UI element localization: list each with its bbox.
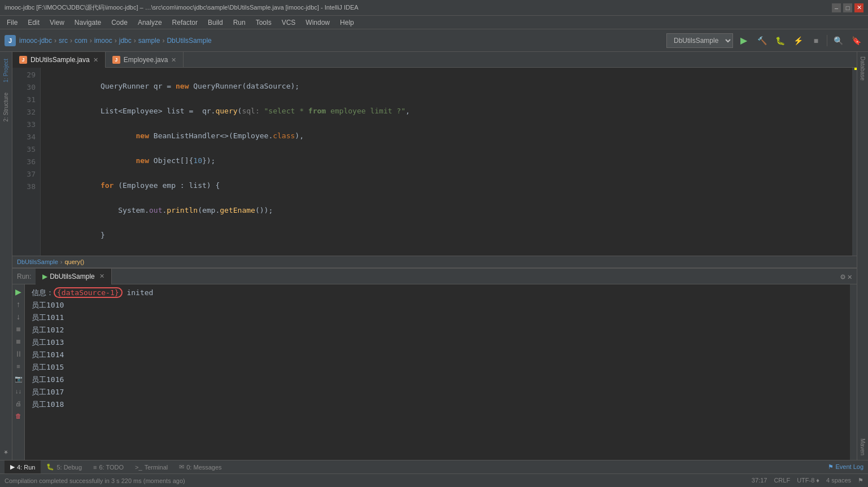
breadcrumb-jdbc[interactable]: jdbc <box>119 37 132 45</box>
bottom-right: ⚑ Event Log <box>828 463 863 471</box>
breadcrumb-imooc-jdbc[interactable]: imooc-jdbc <box>19 37 52 45</box>
output-line-1017: 员工1017 <box>32 386 843 398</box>
output-line-info: 信息：{dataSource-1} inited <box>32 287 843 299</box>
output-line-1010: 员工1010 <box>32 299 843 311</box>
toolbar-right: DbUtilsSample ▶ 🔨 🐛 ⚡ ■ 🔍 🔖 <box>666 33 863 48</box>
java-icon: J <box>19 56 27 64</box>
search-button[interactable]: 🔍 <box>831 33 845 48</box>
maximize-button[interactable]: □ <box>843 3 852 12</box>
run-tab-text: 4: Run <box>17 464 35 471</box>
menu-item-tools[interactable]: Tools <box>251 17 276 28</box>
tab-spacer <box>184 52 857 67</box>
scroll-to-end-button[interactable]: ↓↓ <box>14 386 24 396</box>
menu-item-run[interactable]: Run <box>229 17 250 28</box>
divider <box>827 35 827 46</box>
scroll-down-button[interactable]: ↓ <box>14 311 24 322</box>
menu-item-code[interactable]: Code <box>107 17 132 28</box>
run-tab-close[interactable]: ✕ <box>99 273 104 280</box>
messages-tab-text: 0: Messages <box>186 464 221 471</box>
clear-button[interactable]: 🗑 <box>14 411 24 421</box>
output-line-1012: 员工1012 <box>32 324 843 336</box>
scroll-up-button[interactable]: ↑ <box>14 299 24 309</box>
wrap-button[interactable]: ≡ <box>14 361 24 371</box>
status-position[interactable]: 37:17 <box>752 477 767 484</box>
title-text: imooc-jdbc [F:\IMOOC\JDBC\源代码\imooc-jdbc… <box>5 3 359 12</box>
menu-item-analyze[interactable]: Analyze <box>133 17 167 28</box>
maven-sidebar-tab[interactable]: Maven <box>858 434 867 460</box>
run-config-dropdown[interactable]: DbUtilsSample <box>666 33 733 48</box>
breadcrumb-sample[interactable]: sample <box>138 37 160 45</box>
menu-item-help[interactable]: Help <box>335 17 359 28</box>
run-icon: ▶ <box>42 273 47 280</box>
tab-employee[interactable]: J Employee.java ✕ <box>106 52 184 68</box>
run-button[interactable]: ▶ <box>736 33 751 48</box>
close-button[interactable]: ✕ <box>854 3 863 12</box>
tab-close-employee[interactable]: ✕ <box>171 56 176 64</box>
database-sidebar-tab[interactable]: Database <box>858 52 867 85</box>
run-settings-button[interactable]: ⚙ <box>840 272 845 281</box>
toolbar-breadcrumb: imooc-jdbc › src › com › imooc › jdbc › … <box>19 37 663 45</box>
status-right: 37:17 CRLF UTF-8 ♦ 4 spaces ⚑ <box>752 477 863 484</box>
code-content[interactable]: QueryRunner qr = new QueryRunner(dataSou… <box>41 68 852 256</box>
menu-item-build[interactable]: Build <box>203 17 228 28</box>
pause-run-button[interactable]: ⏸ <box>14 349 24 359</box>
output-line-1014: 员工1014 <box>32 349 843 361</box>
stop-button[interactable]: ■ <box>809 33 823 48</box>
run-close-button[interactable]: ✕ <box>848 272 857 281</box>
java-icon-2: J <box>112 56 120 64</box>
menu-item-vcs[interactable]: VCS <box>277 17 300 28</box>
stop-run-button[interactable]: ■ <box>14 324 24 334</box>
menu-item-edit[interactable]: Edit <box>23 17 44 28</box>
run-again-button[interactable]: ▶ <box>14 287 24 297</box>
run-tab-dbutilssample[interactable]: ▶ DbUtilsSample ✕ <box>36 269 111 284</box>
bottom-tab-todo[interactable]: ≡ 6: TODO <box>88 460 129 474</box>
status-compilation-text: Compilation completed successfully in 3 … <box>5 477 745 484</box>
status-indent[interactable]: 4 spaces <box>826 477 851 484</box>
breadcrumb-com[interactable]: com <box>75 37 88 45</box>
run-tab-label: DbUtilsSample <box>50 273 94 280</box>
menu-item-navigate[interactable]: Navigate <box>70 17 106 28</box>
menu-item-view[interactable]: View <box>45 17 69 28</box>
breadcrumb-imooc[interactable]: imooc <box>94 37 112 45</box>
structure-sidebar-tab[interactable]: 2: Structure <box>2 88 10 126</box>
messages-tab-icon: ✉ <box>179 463 184 471</box>
breadcrumb-dbutils[interactable]: DbUtilsSample <box>167 37 211 45</box>
debug-tab-text: 5: Debug <box>56 464 82 471</box>
bottom-tab-messages[interactable]: ✉ 0: Messages <box>173 460 227 474</box>
bottom-tab-debug[interactable]: 🐛 5: Debug <box>41 460 88 474</box>
minimize-button[interactable]: – <box>832 3 841 12</box>
bottom-tab-terminal[interactable]: >_ Terminal <box>129 460 173 474</box>
debug-button[interactable]: 🐛 <box>773 33 787 48</box>
right-sidebar: Database Maven <box>857 52 868 460</box>
run-panel: Run: ▶ DbUtilsSample ✕ ⚙ ✕ ▶ ↑ ↓ <box>12 268 857 460</box>
menu-item-window[interactable]: Window <box>301 17 334 28</box>
tab-close-dbutilssample[interactable]: ✕ <box>93 56 98 64</box>
bottom-tab-run[interactable]: ▶ 4: Run <box>5 460 41 474</box>
breadcrumb-src[interactable]: src <box>59 37 68 45</box>
status-bar: Compilation completed successfully in 3 … <box>0 473 868 487</box>
status-encoding[interactable]: UTF-8 ♦ <box>797 477 819 484</box>
build-button[interactable]: 🔨 <box>754 33 769 48</box>
menu-item-refactor[interactable]: Refactor <box>168 17 202 28</box>
print-button[interactable]: 🖨 <box>14 398 24 409</box>
screenshot-button[interactable]: 📷 <box>14 374 24 384</box>
menu-item-file[interactable]: File <box>2 17 22 28</box>
event-log-link[interactable]: ⚑ Event Log <box>828 463 863 471</box>
bookmark-button[interactable]: 🔖 <box>849 33 863 48</box>
favorites-sidebar-tab[interactable]: ★ <box>2 445 10 460</box>
terminal-tab-icon: >_ <box>135 464 142 471</box>
run-scrollbar[interactable] <box>850 284 857 460</box>
project-sidebar-tab[interactable]: 1: Project <box>2 54 10 87</box>
output-info-label: 信息： <box>32 288 54 297</box>
output-datasource-highlight: {dataSource-1} <box>54 287 123 298</box>
run-output: 信息：{dataSource-1} inited 员工1010 员工1011 员… <box>25 284 850 460</box>
run-panel-tabs: Run: ▶ DbUtilsSample ✕ ⚙ ✕ <box>12 269 857 284</box>
status-crlf[interactable]: CRLF <box>774 477 790 484</box>
output-line-1015: 员工1015 <box>32 361 843 374</box>
run-panel-body: ▶ ↑ ↓ ■ ⏹ ⏸ ≡ 📷 ↓↓ 🖨 🗑 <box>12 284 857 460</box>
stop-run2-button[interactable]: ⏹ <box>14 336 24 346</box>
coverage-button[interactable]: ⚡ <box>791 33 805 48</box>
left-sidebar: 1: Project 2: Structure ★ <box>0 52 12 460</box>
tab-dbutilssample[interactable]: J DbUtilsSample.java ✕ <box>12 52 106 68</box>
run-controls: ▶ ↑ ↓ ■ ⏹ ⏸ ≡ 📷 ↓↓ 🖨 🗑 <box>12 284 25 460</box>
